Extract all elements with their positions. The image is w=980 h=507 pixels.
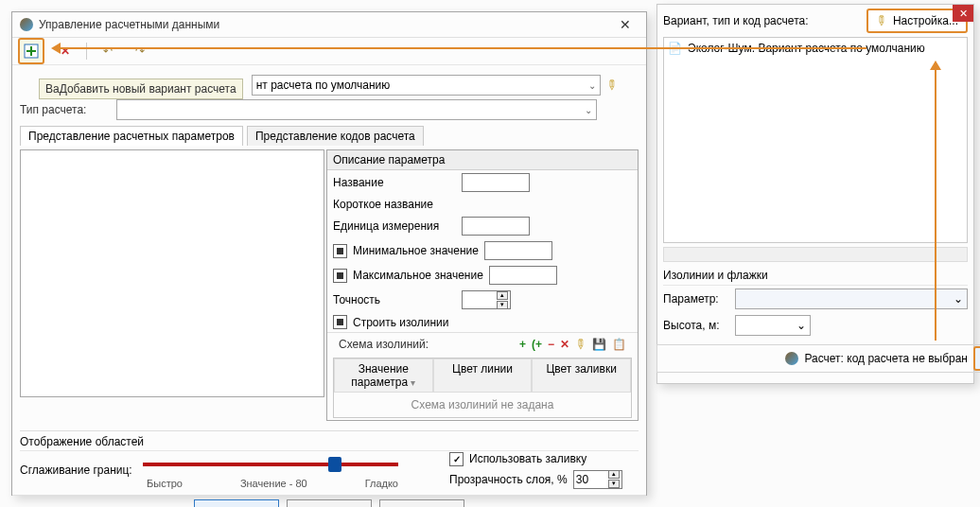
chevron-down-icon: ⌄ (954, 292, 963, 306)
iso-checkbox[interactable] (333, 315, 347, 329)
min-label: Минимальное значение (353, 244, 479, 257)
unit-input[interactable] (462, 217, 530, 236)
iso-edit-icon[interactable]: ✎ (571, 335, 590, 354)
undo-button[interactable]: ↶ (96, 40, 119, 62)
smoothing-label: Сглаживание границ: (20, 463, 133, 477)
tab-params[interactable]: Представление расчетных параметров (20, 126, 243, 146)
apply-button[interactable]: ⟲Применить (287, 499, 372, 507)
type-label: Тип расчета: (20, 103, 111, 116)
max-checkbox[interactable] (333, 269, 347, 283)
dialog-titlebar: Управление расчетными данными ✕ (12, 12, 646, 38)
iso-scheme-label: Схема изолиний: (333, 336, 434, 353)
panel-header: Вариант, тип и код расчета: (663, 14, 809, 27)
variant-value: нт расчета по умолчанию (256, 79, 391, 92)
calc-dropdown-button[interactable]: ⌄ (973, 346, 980, 371)
max-label: Максимальное значение (353, 269, 483, 282)
app-logo-icon (20, 18, 33, 31)
param-label: Параметр: (663, 292, 729, 306)
ok-button[interactable]: ✔Ok (194, 499, 279, 507)
app-logo-icon (785, 352, 798, 365)
slider-thumb[interactable] (328, 457, 341, 472)
fill-checkbox[interactable]: ✓ (449, 452, 464, 466)
dialog-close-button[interactable]: ✕ (612, 17, 639, 32)
prec-label: Точность (333, 293, 456, 306)
param-header: Описание параметра (327, 150, 638, 170)
slider-smooth: Гладко (365, 478, 398, 489)
calc-status-bar: Расчет: код расчета не выбран ⌄ (656, 344, 980, 373)
type-row: Тип расчета: ⌄ (12, 97, 646, 122)
edit-variant-icon[interactable]: ✎ (603, 76, 621, 95)
add-variant-tooltip: ВаДобавить новый вариант расчета (39, 79, 243, 99)
slider-fast: Быстро (147, 478, 183, 489)
params-list[interactable] (20, 149, 324, 397)
fill-label: Использовать заливку (469, 452, 586, 465)
max-input[interactable] (489, 266, 557, 285)
iso-add-icon[interactable]: + (519, 338, 526, 351)
tabs: Представление расчетных параметров Предс… (12, 122, 646, 146)
iso-th-fill[interactable]: Цвет заливки (532, 358, 631, 393)
variant-list[interactable]: 📄 Эколог-Шум. Вариант расчета по умолчан… (663, 37, 968, 243)
opacity-spinner[interactable]: 30▴▾ (573, 470, 622, 489)
iso-save-icon[interactable]: 💾 (592, 338, 606, 351)
dialog-toolbar: ✕ ↶ ↷ (12, 38, 646, 65)
areas-title: Отображение областей (20, 435, 639, 451)
param-dropdown[interactable]: ⌄ (735, 288, 968, 309)
cancel-button[interactable]: ✖Отмена (379, 499, 464, 507)
iso-copy-icon[interactable]: 📋 (612, 338, 626, 351)
pencil-icon: ✎ (872, 11, 891, 30)
opacity-label: Прозрачность слоя, % (449, 473, 568, 486)
min-checkbox[interactable] (333, 244, 347, 258)
horizontal-scrollbar[interactable] (663, 247, 968, 262)
add-variant-button[interactable] (18, 38, 44, 64)
height-label: Высота, м: (663, 319, 729, 332)
chevron-down-icon: ⌄ (585, 105, 592, 115)
smoothing-slider[interactable] (143, 455, 398, 474)
unit-label: Единица измерения (333, 219, 456, 233)
slider-value: Значение - 80 (240, 478, 307, 489)
iso-table: Значение параметра ▾ Цвет линии Цвет зал… (333, 358, 632, 418)
panel-close-button[interactable]: ✕ (953, 5, 973, 22)
precision-spinner[interactable]: ▴▾ (462, 290, 511, 309)
height-dropdown[interactable]: ⌄ (735, 315, 811, 336)
tab-codes[interactable]: Представление кодов расчета (247, 126, 424, 146)
manage-calc-data-dialog: Управление расчетными данными ✕ ✕ ↶ ↷ Ва… (11, 11, 647, 496)
type-dropdown[interactable]: ⌄ (116, 99, 597, 120)
iso-remove-icon[interactable]: − (548, 338, 554, 351)
iso-add-multi-icon[interactable]: (+ (532, 338, 542, 351)
iso-delete-icon[interactable]: ✕ (560, 338, 569, 351)
iso-th-value[interactable]: Значение параметра ▾ (334, 358, 433, 393)
param-editor: Описание параметра Название Короткое наз… (326, 149, 639, 421)
iso-th-line[interactable]: Цвет линии (433, 358, 533, 393)
svg-rect-2 (26, 50, 36, 52)
name-input[interactable] (462, 173, 530, 192)
iso-label: Строить изолинии (353, 316, 449, 329)
dialog-title: Управление расчетными данными (39, 18, 612, 31)
chevron-down-icon: ⌄ (796, 319, 806, 332)
calc-status-label: Расчет: код расчета не выбран (804, 352, 968, 365)
min-input[interactable] (484, 241, 552, 260)
redo-button[interactable]: ↷ (129, 40, 151, 62)
iso-section-title: Изолинии и флажки (663, 266, 968, 286)
variant-dropdown[interactable]: нт расчета по умолчанию ⌄ (252, 75, 601, 96)
calc-panel: ✕ Вариант, тип и код расчета: ✎Настройка… (656, 4, 974, 384)
short-label: Короткое название (333, 198, 456, 211)
chevron-down-icon: ⌄ (588, 80, 596, 91)
iso-empty: Схема изолиний не задана (334, 393, 631, 417)
name-label: Название (333, 176, 456, 189)
